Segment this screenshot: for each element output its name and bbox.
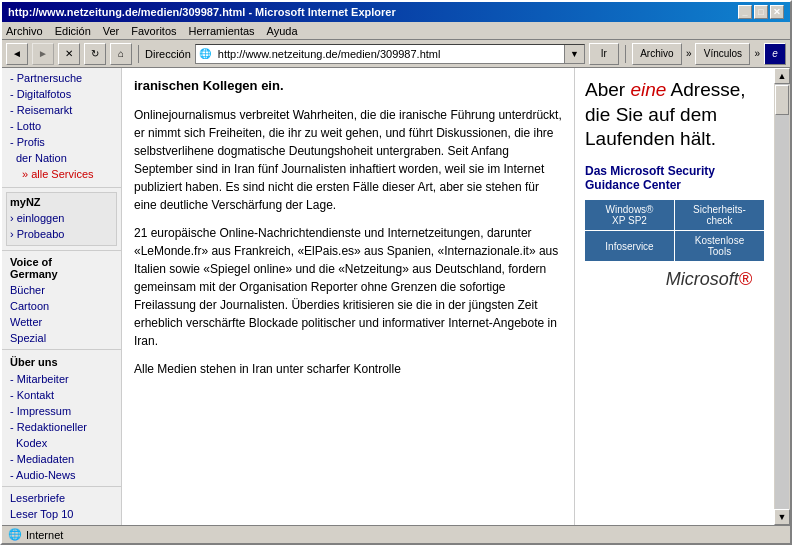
scroll-track[interactable]: [775, 84, 789, 509]
ad-subtitle: Das Microsoft Security Guidance Center: [585, 164, 764, 192]
sidebar: - Partnersuche - Digitalfotos - Reisemar…: [2, 68, 122, 525]
archivo-section[interactable]: Archivo: [632, 43, 682, 65]
divider1: [2, 187, 121, 188]
minimize-button[interactable]: _: [738, 5, 752, 19]
main-wrapper: - Partnersuche - Digitalfotos - Reisemar…: [2, 68, 790, 525]
scroll-down-button[interactable]: ▼: [774, 509, 790, 525]
separator2: [625, 45, 626, 63]
ad-banner: Aber eine Adresse, die Sie auf dem Laufe…: [575, 68, 774, 308]
menu-archivo[interactable]: Archivo: [6, 25, 43, 37]
sidebar-item-voice[interactable]: Voice ofGermany: [2, 254, 121, 282]
separator1: [138, 45, 139, 63]
ms-icon[interactable]: e: [764, 43, 786, 65]
scroll-thumb[interactable]: [775, 85, 789, 115]
sidebar-item-profis[interactable]: - Profis: [2, 134, 121, 150]
toolbar: ◄ ► ✕ ↻ ⌂ Dirección 🌐 ▼ Ir Archivo » Vín…: [2, 40, 790, 68]
vinculos-section[interactable]: Vínculos: [695, 43, 750, 65]
sidebar-item-nation[interactable]: der Nation: [2, 150, 121, 166]
separator4: »: [754, 48, 760, 59]
sidebar-item-digitalfotos[interactable]: - Digitalfotos: [2, 86, 121, 102]
sidebar-item-audio-news[interactable]: - Audio-News: [2, 467, 121, 483]
article-para-1: Onlinejournalismus verbreitet Wahrheiten…: [134, 106, 562, 214]
mynz-title: myNZ: [10, 196, 113, 208]
sidebar-item-einloggen[interactable]: › einloggen: [10, 210, 113, 226]
microsoft-logo: Microsoft®: [585, 261, 764, 298]
address-bar-container: 🌐 ▼: [195, 44, 585, 64]
sidebar-item-wetter[interactable]: Wetter: [2, 314, 121, 330]
direccion-label: Dirección: [145, 48, 191, 60]
sidebar-item-probeabo[interactable]: › Probeabo: [10, 226, 113, 242]
ad-line3: Laufenden hält.: [585, 128, 716, 149]
scrollbar-right[interactable]: ▲ ▼: [774, 68, 790, 525]
status-bar: 🌐 Internet: [2, 525, 790, 543]
ad-btn-tools[interactable]: KostenloseTools: [675, 231, 764, 261]
article-area: iranischen Kollegen ein. Onlinejournalis…: [122, 68, 574, 525]
sidebar-item-partnersuche[interactable]: - Partnersuche: [2, 70, 121, 86]
menu-bar: Archivo Edición Ver Favoritos Herramient…: [2, 22, 790, 40]
menu-edicion[interactable]: Edición: [55, 25, 91, 37]
sidebar-item-mediadaten[interactable]: - Mediadaten: [2, 451, 121, 467]
article-para-2: 21 europäische Online-Nachrichtendienste…: [134, 224, 562, 350]
stop-button[interactable]: ✕: [58, 43, 80, 65]
status-icon: 🌐: [8, 528, 22, 541]
ad-btn-xpsp2[interactable]: Windows®XP SP2: [585, 200, 674, 230]
ad-line1b: Adresse,: [666, 79, 745, 100]
sidebar-top-section: - Partnersuche - Digitalfotos - Reisemar…: [2, 68, 121, 184]
sidebar-item-impressum[interactable]: - Impressum: [2, 403, 121, 419]
menu-ayuda[interactable]: Ayuda: [267, 25, 298, 37]
ad-highlight: eine: [630, 79, 666, 100]
ueber-uns-header: Über uns: [2, 353, 121, 371]
ad-text: Aber eine Adresse, die Sie auf dem Laufe…: [585, 78, 764, 152]
ad-line1a: Aber: [585, 79, 630, 100]
article-intro: iranischen Kollegen ein.: [134, 76, 562, 96]
sidebar-item-lotto[interactable]: - Lotto: [2, 118, 121, 134]
article-para-3: Alle Medien stehen in Iran unter scharfe…: [134, 360, 562, 378]
sidebar-item-cartoon[interactable]: Cartoon: [2, 298, 121, 314]
sidebar-item-mitarbeiter[interactable]: - Mitarbeiter: [2, 371, 121, 387]
sidebar-item-kodex[interactable]: Kodex: [2, 435, 121, 451]
sidebar-item-reisemarkt[interactable]: - Reisemarkt: [2, 102, 121, 118]
divider4: [2, 486, 121, 487]
ad-buttons: Windows®XP SP2 Sicherheits-check Infoser…: [585, 200, 764, 261]
microsoft-text: Microsoft: [666, 269, 739, 289]
sidebar-item-spezial[interactable]: Spezial: [2, 330, 121, 346]
ir-button[interactable]: Ir: [589, 43, 619, 65]
title-text: http://www.netzeitung.de/medien/309987.h…: [8, 6, 396, 18]
sidebar-item-alle-services[interactable]: » alle Services: [2, 166, 121, 182]
refresh-button[interactable]: ↻: [84, 43, 106, 65]
content-area: - Partnersuche - Digitalfotos - Reisemar…: [2, 68, 790, 525]
ad-line2: die Sie auf dem: [585, 104, 717, 125]
menu-favoritos[interactable]: Favoritos: [131, 25, 176, 37]
ad-btn-infoservice[interactable]: Infoservice: [585, 231, 674, 261]
browser-window: http://www.netzeitung.de/medien/309987.h…: [0, 0, 792, 545]
ad-area: Aber eine Adresse, die Sie auf dem Laufe…: [574, 68, 774, 525]
divider2: [2, 250, 121, 251]
menu-herramientas[interactable]: Herramientas: [189, 25, 255, 37]
sidebar-item-redaktioneller[interactable]: - Redaktioneller: [2, 419, 121, 435]
sidebar-item-buecher[interactable]: Bücher: [2, 282, 121, 298]
mynz-section: myNZ › einloggen › Probeabo: [6, 192, 117, 246]
forward-button[interactable]: ►: [32, 43, 54, 65]
title-bar-buttons: _ □ ✕: [738, 5, 784, 19]
maximize-button[interactable]: □: [754, 5, 768, 19]
sidebar-item-leserbriefe[interactable]: Leserbriefe: [2, 490, 121, 506]
microsoft-tm: ®: [739, 269, 752, 289]
back-button[interactable]: ◄: [6, 43, 28, 65]
go-button[interactable]: ▼: [564, 45, 584, 63]
status-text: Internet: [26, 529, 63, 541]
address-input[interactable]: [214, 45, 564, 63]
scroll-up-button[interactable]: ▲: [774, 68, 790, 84]
divider3: [2, 349, 121, 350]
close-button[interactable]: ✕: [770, 5, 784, 19]
ad-btn-sicherheit[interactable]: Sicherheits-check: [675, 200, 764, 230]
title-bar: http://www.netzeitung.de/medien/309987.h…: [2, 2, 790, 22]
sidebar-item-kontakt[interactable]: - Kontakt: [2, 387, 121, 403]
sidebar-item-leser-top10[interactable]: Leser Top 10: [2, 506, 121, 522]
menu-ver[interactable]: Ver: [103, 25, 120, 37]
separator3: »: [686, 48, 692, 59]
home-button[interactable]: ⌂: [110, 43, 132, 65]
